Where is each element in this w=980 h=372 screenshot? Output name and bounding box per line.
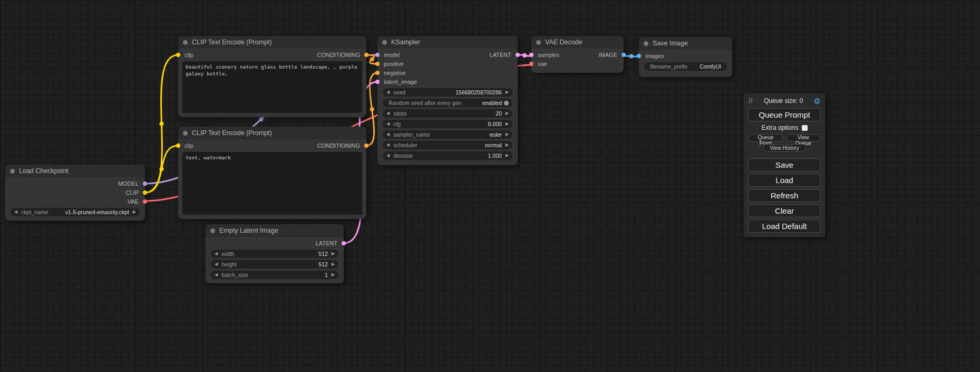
drag-handle-icon[interactable]: ⠿: [748, 97, 753, 105]
widget-denoise[interactable]: ◀ denoise 1.000 ▶: [383, 151, 512, 160]
node-title-bar[interactable]: Save Image: [639, 37, 732, 50]
collapse-dot-icon[interactable]: [536, 40, 541, 45]
output-port-model[interactable]: [143, 182, 147, 186]
decrement-arrow-icon[interactable]: ◀: [215, 273, 218, 277]
output-label: CLIP: [126, 189, 139, 196]
widget-ckpt-name[interactable]: ◀ ckpt_name v1-5-pruned-emaonly.ckpt ▶: [11, 208, 140, 216]
decrement-arrow-icon[interactable]: ◀: [386, 90, 390, 94]
widget-value: 8.000: [488, 121, 502, 127]
input-port-vae[interactable]: [529, 62, 533, 66]
widget-value: v1-5-pruned-emaonly.ckpt: [65, 209, 129, 215]
output-port-image[interactable]: [622, 53, 626, 57]
output-port-latent[interactable]: [342, 241, 346, 245]
increment-arrow-icon[interactable]: ▶: [506, 111, 509, 116]
widget-label: sampler_name: [393, 131, 430, 138]
widget-label: batch_size: [221, 272, 248, 278]
input-port-negative[interactable]: [375, 71, 380, 75]
widget-batch-size[interactable]: ◀ batch_size 1 ▶: [211, 271, 338, 279]
collapse-dot-icon[interactable]: [183, 40, 188, 45]
view-history-button[interactable]: View History: [763, 144, 806, 152]
prompt-textarea[interactable]: text, watermark: [182, 152, 362, 215]
decrement-arrow-icon[interactable]: ◀: [386, 132, 390, 137]
node-save-image[interactable]: Save Image images filename_prefix ComfyU…: [639, 37, 732, 77]
collapse-dot-icon[interactable]: [210, 228, 215, 233]
widget-seed[interactable]: ◀ seed 156680208700286 ▶: [383, 88, 512, 97]
widget-scheduler[interactable]: ◀ scheduler normal ▶: [383, 141, 512, 149]
output-port-conditioning[interactable]: [364, 53, 368, 57]
node-graph-canvas[interactable]: Load Checkpoint MODEL CLIP VAE ◀ ckpt_na…: [0, 0, 980, 372]
node-load-checkpoint[interactable]: Load Checkpoint MODEL CLIP VAE ◀ ckpt_na…: [5, 165, 145, 221]
increment-arrow-icon[interactable]: ▶: [506, 122, 509, 126]
queue-front-button[interactable]: Queue Front: [748, 134, 783, 142]
node-ksampler[interactable]: KSampler model LATENT positive negative …: [377, 36, 518, 165]
decrement-arrow-icon[interactable]: ◀: [14, 210, 17, 214]
input-port-latent-image[interactable]: [375, 80, 380, 84]
node-clip-text-encode-positive[interactable]: CLIP Text Encode (Prompt) clip CONDITION…: [178, 36, 366, 117]
output-port-conditioning[interactable]: [364, 144, 368, 148]
input-port-samples[interactable]: [529, 53, 533, 57]
slot-row: LATENT: [206, 239, 344, 247]
node-title-bar[interactable]: CLIP Text Encode (Prompt): [178, 127, 366, 139]
queue-actions-row: Queue Front View Queue: [748, 134, 821, 142]
widget-steps[interactable]: ◀ steps 20 ▶: [383, 109, 512, 118]
output-port-latent[interactable]: [516, 53, 520, 57]
node-title-bar[interactable]: KSampler: [377, 36, 518, 49]
node-clip-text-encode-negative[interactable]: CLIP Text Encode (Prompt) clip CONDITION…: [178, 127, 366, 219]
decrement-arrow-icon[interactable]: ◀: [386, 111, 390, 116]
widget-cfg[interactable]: ◀ cfg 8.000 ▶: [383, 120, 512, 128]
node-title-bar[interactable]: Empty Latent Image: [206, 224, 344, 237]
settings-gear-icon[interactable]: ⚙: [814, 97, 821, 105]
extra-options-checkbox[interactable]: [802, 125, 808, 131]
node-title-bar[interactable]: VAE Decode: [531, 36, 624, 49]
output-port-clip[interactable]: [143, 190, 147, 195]
slot-row: latent_image: [377, 77, 518, 86]
load-default-button[interactable]: Load Default: [748, 220, 821, 233]
increment-arrow-icon[interactable]: ▶: [332, 262, 335, 266]
prompt-textarea[interactable]: beautiful scenery nature glass bottle la…: [182, 61, 362, 113]
collapse-dot-icon[interactable]: [10, 169, 15, 174]
collapse-dot-icon[interactable]: [183, 131, 188, 136]
increment-arrow-icon[interactable]: ▶: [506, 90, 509, 94]
refresh-button[interactable]: Refresh: [748, 189, 821, 202]
widget-filename-prefix[interactable]: filename_prefix ComfyUI: [644, 62, 727, 71]
widget-width[interactable]: ◀ width 512 ▶: [211, 250, 338, 258]
widget-random-seed-toggle[interactable]: Random seed after every gen enabled: [383, 99, 512, 107]
input-port-images[interactable]: [637, 54, 641, 58]
decrement-arrow-icon[interactable]: ◀: [215, 252, 218, 256]
decrement-arrow-icon[interactable]: ◀: [215, 262, 218, 266]
save-button[interactable]: Save: [748, 158, 821, 171]
clear-button[interactable]: Clear: [748, 204, 821, 217]
node-title-bar[interactable]: CLIP Text Encode (Prompt): [178, 36, 366, 49]
output-label: CONDITIONING: [317, 52, 360, 58]
output-port-vae[interactable]: [143, 199, 147, 204]
load-button[interactable]: Load: [748, 174, 821, 187]
increment-arrow-icon[interactable]: ▶: [332, 273, 335, 277]
increment-arrow-icon[interactable]: ▶: [506, 143, 509, 147]
decrement-arrow-icon[interactable]: ◀: [386, 122, 390, 126]
collapse-dot-icon[interactable]: [644, 41, 648, 46]
increment-arrow-icon[interactable]: ▶: [332, 252, 335, 256]
slot-row: MODEL: [5, 179, 145, 188]
input-port-clip[interactable]: [176, 144, 180, 148]
input-port-model[interactable]: [375, 53, 380, 57]
increment-arrow-icon[interactable]: ▶: [506, 132, 509, 137]
node-empty-latent-image[interactable]: Empty Latent Image LATENT ◀ width 512 ▶ …: [206, 224, 344, 283]
link-midpoint-dot: [259, 117, 264, 121]
increment-arrow-icon[interactable]: ▶: [506, 154, 509, 158]
node-title-bar[interactable]: Load Checkpoint: [5, 165, 145, 177]
node-vae-decode[interactable]: VAE Decode samples IMAGE vae: [531, 36, 624, 73]
decrement-arrow-icon[interactable]: ◀: [386, 143, 390, 147]
input-port-positive[interactable]: [375, 62, 380, 66]
view-queue-button[interactable]: View Queue: [786, 134, 821, 142]
widget-height[interactable]: ◀ height 512 ▶: [211, 260, 338, 269]
slot-row: samples IMAGE: [531, 50, 624, 59]
input-port-clip[interactable]: [176, 53, 180, 57]
increment-arrow-icon[interactable]: ▶: [133, 210, 136, 214]
input-label: clip: [185, 142, 193, 149]
queue-prompt-button[interactable]: Queue Prompt: [748, 108, 821, 121]
widget-sampler-name[interactable]: ◀ sampler_name euler ▶: [383, 130, 512, 139]
input-label: images: [645, 53, 664, 59]
toggle-knob-icon[interactable]: [504, 101, 509, 106]
collapse-dot-icon[interactable]: [382, 40, 387, 45]
decrement-arrow-icon[interactable]: ◀: [386, 154, 390, 158]
